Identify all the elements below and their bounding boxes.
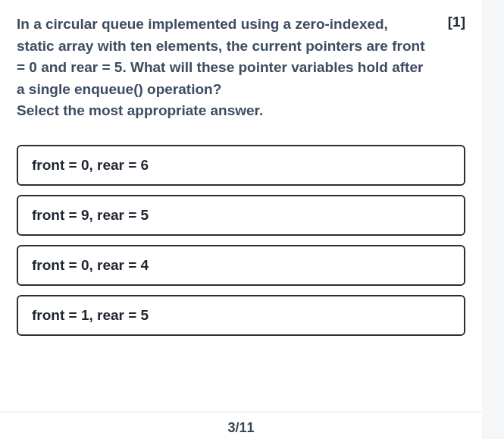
question-instruction: Select the most appropriate answer. (17, 100, 430, 122)
question-text-block: In a circular queue implemented using a … (17, 14, 430, 122)
question-stem: In a circular queue implemented using a … (17, 14, 430, 100)
question-header-row: In a circular queue implemented using a … (17, 14, 465, 122)
question-marks: [1] (448, 14, 465, 30)
answer-option[interactable]: front = 1, rear = 5 (17, 295, 465, 336)
pagination-footer: 3/11 (0, 412, 482, 439)
answer-option[interactable]: front = 0, rear = 6 (17, 145, 465, 186)
options-list: front = 0, rear = 6 front = 9, rear = 5 … (17, 145, 465, 336)
question-card: In a circular queue implemented using a … (0, 0, 482, 439)
answer-option[interactable]: front = 0, rear = 4 (17, 245, 465, 286)
answer-option[interactable]: front = 9, rear = 5 (17, 195, 465, 236)
pagination-label: 3/11 (227, 420, 254, 435)
